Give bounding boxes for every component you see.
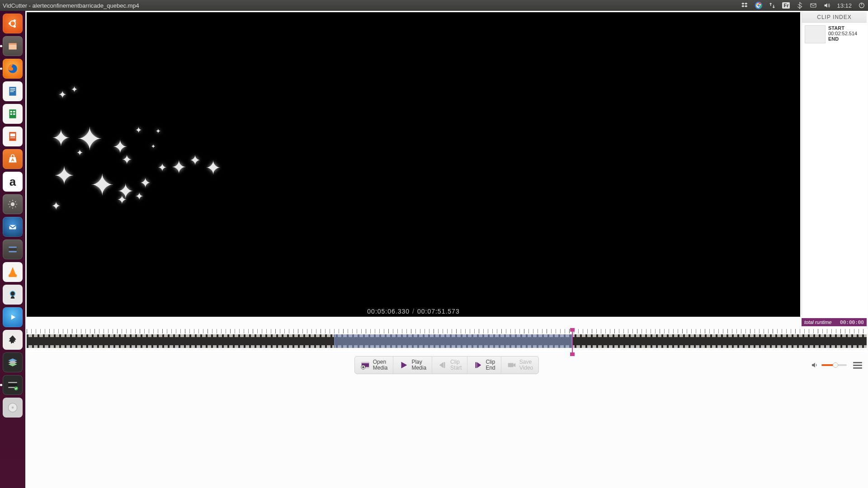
timeline[interactable] <box>27 329 867 352</box>
mail-icon[interactable] <box>810 2 817 9</box>
launcher-layers[interactable] <box>3 352 23 372</box>
launcher-kazam[interactable] <box>3 285 23 305</box>
clip-thumb <box>805 25 826 43</box>
launcher-system-settings[interactable] <box>3 194 23 214</box>
clock[interactable]: 13:12 <box>837 2 852 9</box>
total-runtime-bar: total runtime 00:00:00 <box>802 318 867 326</box>
svg-rect-39 <box>361 362 369 363</box>
svg-rect-43 <box>476 362 477 368</box>
menu-button[interactable] <box>853 362 862 369</box>
open-media-button[interactable]: OpenMedia <box>355 357 394 374</box>
launcher-media-player[interactable] <box>3 307 23 327</box>
svg-rect-19 <box>10 113 12 115</box>
volume-icon[interactable] <box>823 2 830 9</box>
timeline-playhead[interactable] <box>572 329 573 355</box>
launcher-firefox[interactable] <box>3 59 23 79</box>
svg-rect-29 <box>9 251 16 252</box>
svg-rect-22 <box>10 134 15 137</box>
svg-rect-33 <box>8 382 17 383</box>
network-icon[interactable] <box>769 2 776 9</box>
dropbox-icon[interactable] <box>741 2 749 9</box>
timeline-selection[interactable] <box>334 334 572 348</box>
clip-index-panel: CLIP INDEX START 00:02:52.514 END <box>802 12 867 315</box>
launcher-thunderbird[interactable] <box>3 217 23 237</box>
launcher-disc[interactable] <box>3 398 23 418</box>
unity-launcher: A a <box>0 11 25 488</box>
clip-start-label: START <box>828 25 857 31</box>
launcher-software-center[interactable]: A <box>3 149 23 169</box>
volume-slider[interactable] <box>811 361 847 369</box>
svg-rect-13 <box>10 89 15 89</box>
current-time: 00:05:06.330 <box>367 308 410 315</box>
svg-rect-23 <box>10 137 15 138</box>
bottom-toolbar: OpenMedia PlayMedia ClipStart ClipEnd Sa… <box>27 355 867 375</box>
toolbar-button-group: OpenMedia PlayMedia ClipStart ClipEnd Sa… <box>354 356 539 374</box>
svg-rect-18 <box>13 111 15 113</box>
svg-point-37 <box>12 407 14 409</box>
svg-rect-17 <box>10 111 12 113</box>
launcher-impress[interactable] <box>3 127 23 146</box>
svg-text:A: A <box>11 157 14 162</box>
runtime-label: total runtime <box>804 319 832 325</box>
runtime-value: 00:00:00 <box>840 319 864 325</box>
launcher-files[interactable] <box>3 36 23 56</box>
shutdown-icon[interactable] <box>858 2 865 9</box>
vidcutter-window: ✦ ✦ ✦ ✦ ✦ ✦ ✦ ✦ ✦ ✦ ✦ ✦ ✦ ✦ ✦ ✦ ✦ ✦ ✦ ✦ … <box>25 11 868 488</box>
clip-end-label: END <box>828 36 857 42</box>
launcher-inkscape[interactable] <box>3 330 23 350</box>
svg-rect-14 <box>10 90 15 91</box>
keyboard-lang[interactable]: Fr <box>782 2 790 9</box>
launcher-amazon[interactable]: a <box>3 172 23 192</box>
clip-end-button[interactable]: ClipEnd <box>467 357 501 374</box>
launcher-vlc[interactable] <box>3 262 23 282</box>
svg-rect-26 <box>9 225 16 230</box>
timecode: 00:05:06.330/00:07:51.573 <box>367 308 459 315</box>
clip-start-button: ClipStart <box>432 357 467 374</box>
timeline-ruler <box>27 329 867 333</box>
bluetooth-icon[interactable] <box>796 2 803 9</box>
save-video-button: SaveVideo <box>501 357 538 374</box>
speaker-icon <box>811 361 819 369</box>
video-preview[interactable]: ✦ ✦ ✦ ✦ ✦ ✦ ✦ ✦ ✦ ✦ ✦ ✦ ✦ ✦ ✦ ✦ ✦ ✦ ✦ ✦ … <box>27 12 800 317</box>
launcher-video-editor[interactable] <box>3 239 23 259</box>
play-media-button[interactable]: PlayMedia <box>393 357 432 374</box>
clip-index-item[interactable]: START 00:02:52.514 END <box>802 23 867 46</box>
top-menubar: VidCutter - alerteconfinementbarricade_q… <box>0 0 868 11</box>
svg-rect-44 <box>508 363 514 367</box>
chrome-icon[interactable] <box>755 2 762 9</box>
clip-start-value: 00:02:52.514 <box>828 31 857 36</box>
launcher-calc[interactable] <box>3 104 23 124</box>
svg-rect-42 <box>444 362 445 368</box>
launcher-writer[interactable] <box>3 81 23 101</box>
svg-rect-15 <box>10 91 14 92</box>
svg-rect-28 <box>9 247 16 248</box>
svg-rect-10 <box>9 45 16 50</box>
svg-rect-20 <box>13 113 15 115</box>
total-time: 00:07:51.573 <box>417 308 460 315</box>
launcher-vidcutter[interactable] <box>3 375 23 395</box>
window-title: VidCutter - alerteconfinementbarricade_q… <box>3 2 139 9</box>
system-tray: Fr 13:12 <box>741 2 865 9</box>
svg-rect-3 <box>811 4 816 7</box>
launcher-dash[interactable] <box>3 14 23 33</box>
svg-rect-9 <box>9 43 16 45</box>
clip-index-title: CLIP INDEX <box>802 12 867 23</box>
svg-point-25 <box>11 202 15 206</box>
